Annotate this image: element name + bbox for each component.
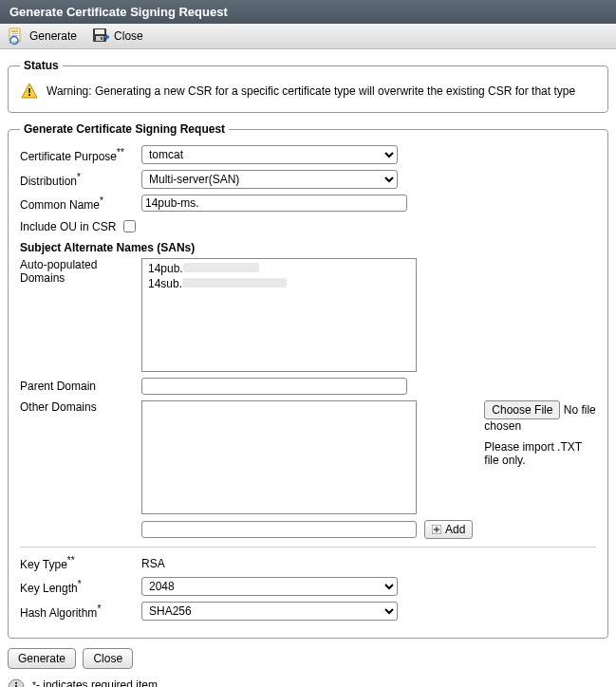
auto-populated-domains-list[interactable]: 14pub. 14sub. (141, 258, 417, 372)
cert-purpose-label: Certificate Purpose** (20, 147, 141, 163)
csr-fieldset: Generate Certificate Signing Request Cer… (8, 122, 608, 639)
distribution-label: Distribution* (20, 172, 141, 188)
hash-algorithm-select[interactable]: SHA256 (141, 602, 398, 621)
cert-purpose-select[interactable]: tomcat (141, 145, 398, 164)
list-item[interactable]: 14pub. (144, 261, 414, 276)
distribution-select[interactable]: Multi-server(SAN) (141, 170, 398, 189)
warning-icon (20, 82, 39, 101)
generate-icon (8, 28, 25, 45)
key-type-label: Key Type** (20, 555, 141, 571)
key-type-value: RSA (141, 557, 596, 570)
add-button[interactable]: Add (424, 520, 473, 539)
generate-button[interactable]: Generate (8, 648, 76, 669)
common-name-label: Common Name* (20, 195, 141, 212)
svg-rect-8 (28, 88, 30, 93)
svg-rect-2 (11, 33, 18, 34)
svg-rect-1 (11, 30, 18, 32)
info-icon (8, 678, 25, 687)
parent-domain-input[interactable] (141, 378, 407, 395)
sans-heading: Subject Alternate Names (SANs) (20, 241, 596, 254)
other-domains-box[interactable] (141, 400, 417, 514)
toolbar-generate-button[interactable]: Generate (8, 28, 77, 45)
svg-rect-9 (28, 94, 30, 96)
svg-rect-7 (101, 37, 103, 40)
status-legend: Status (20, 59, 63, 72)
toolbar: Generate Close (0, 24, 616, 49)
window-title: Generate Certificate Signing Request (0, 0, 616, 24)
divider (20, 547, 596, 548)
plus-icon (432, 525, 441, 534)
svg-rect-5 (95, 29, 104, 34)
list-item[interactable]: 14sub. (144, 276, 414, 291)
close-button[interactable]: Close (83, 648, 133, 669)
auto-populated-label: Auto-populated Domains (20, 258, 141, 285)
required-note: *- indicates required item. (32, 678, 160, 687)
csr-legend: Generate Certificate Signing Request (20, 122, 229, 136)
status-fieldset: Status Warning: Generating a new CSR for… (8, 59, 608, 113)
toolbar-close-button[interactable]: Close (92, 28, 143, 45)
parent-domain-label: Parent Domain (20, 380, 141, 393)
common-name-input[interactable] (141, 195, 407, 212)
key-length-label: Key Length* (20, 579, 141, 595)
include-ou-checkbox[interactable] (123, 220, 136, 232)
toolbar-close-label: Close (114, 29, 143, 43)
include-ou-label: Include OU in CSR (20, 220, 116, 233)
status-warning-text: Warning: Generating a new CSR for a spec… (47, 84, 575, 98)
other-domain-input[interactable] (141, 521, 417, 538)
svg-rect-12 (15, 682, 17, 684)
other-domains-label: Other Domains (20, 400, 141, 414)
key-length-select[interactable]: 2048 (141, 577, 398, 596)
toolbar-generate-label: Generate (29, 29, 77, 43)
save-close-icon (92, 28, 109, 45)
import-hint: Please import .TXT file only. (484, 440, 596, 467)
hash-algorithm-label: Hash Algorithm* (20, 603, 141, 620)
choose-file-button[interactable]: Choose File (484, 400, 560, 419)
